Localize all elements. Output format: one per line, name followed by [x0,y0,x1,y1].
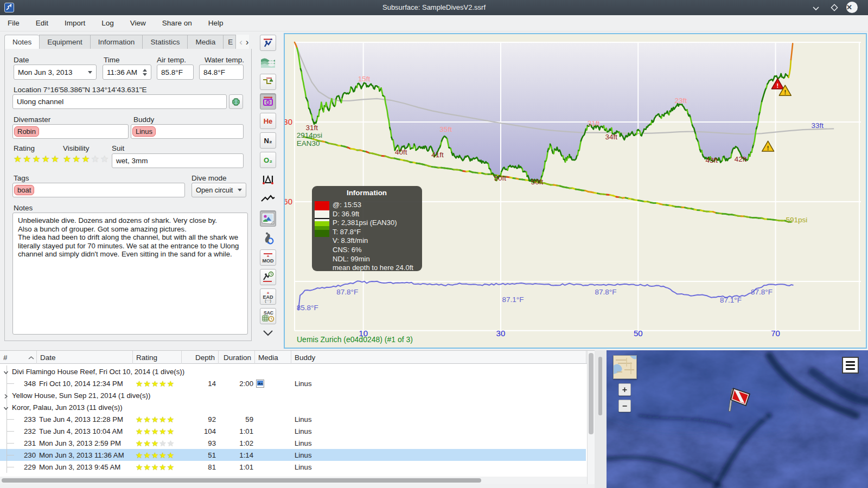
column-header-duration[interactable]: Duration [219,351,255,364]
tab-statistics[interactable]: Statistics [142,35,187,49]
location-label: Location 7°16'58.386"N 134°14'43.631"E [14,86,146,94]
dive-row[interactable]: 232Tue Jun 4, 2013 10:04 AM★★★★★1041:01L… [0,425,586,437]
dive-row[interactable]: 231Mon Jun 3, 2013 2:59 PM★★★★★931:02Lin… [0,437,586,449]
star-icon: ★ [143,427,151,435]
dive-number: 233 [16,413,36,425]
star-icon: ★ [167,427,175,435]
tab-equipment[interactable]: Equipment [39,35,90,49]
dive-rating: ★★★★★ [136,377,182,389]
tab-information[interactable]: Information [90,35,143,49]
dive-computer-button[interactable] [260,35,276,51]
profile-collapse-button[interactable] [261,330,275,338]
dive-flag-marker[interactable] [722,384,754,418]
waves-button[interactable] [260,54,276,70]
oxygen-graph-button[interactable]: O₂ [260,152,276,168]
heart-rate-button[interactable] [260,191,276,207]
map-panel[interactable]: + − [607,350,868,488]
menu-log[interactable]: Log [100,17,115,29]
overview-map-button[interactable] [613,355,637,379]
tags-input[interactable]: boat [12,183,185,197]
menu-help[interactable]: Help [207,17,225,29]
profile-label: 87.8°F [595,288,616,296]
water-column-fill [295,42,793,183]
calculated-ceiling-button[interactable] [260,74,276,90]
star-icon: ★ [136,380,143,388]
divemaster-input[interactable]: Robin [12,124,129,139]
dive-list-vertical-scrollbar[interactable] [587,351,595,484]
air-temp-field[interactable]: 85.8°F [157,65,194,80]
sac-button[interactable]: SAC [260,308,276,324]
tab-notes[interactable]: Notes [4,35,39,49]
notes-textarea[interactable]: Unbelievable dive. Dozens and dozens of … [12,213,248,335]
dive-row[interactable]: 230Mon Jun 3, 2013 11:36 AM★★★★★511:14Li… [0,449,586,461]
panel-splitter[interactable] [595,350,607,488]
star-icon: ★ [82,154,91,164]
tab-scroll-right-icon[interactable]: › [246,37,249,48]
dive-mode-dropdown[interactable]: Open circuit [192,183,246,197]
close-button[interactable]: ✕ [846,2,858,13]
dive-row[interactable]: 348Fri Oct 10, 2014 12:34 PM★★★★★142:00L… [0,377,586,389]
location-input[interactable]: Ulong channel [12,94,227,109]
date-dropdown[interactable]: Mon Jun 3, 2013 [14,65,97,80]
menu-edit[interactable]: Edit [35,17,49,29]
expand-icon[interactable] [3,393,9,401]
collapse-icon[interactable] [3,404,9,413]
column-header-depth[interactable]: Depth [182,351,219,364]
media-icon[interactable] [256,377,267,389]
buddy-input[interactable]: Linus [131,124,244,139]
map-menu-button[interactable] [842,357,859,374]
dive-profile-chart[interactable]: 10305070306015ft35ft31ft23ft31ft40ft41ft… [285,34,866,348]
globe-button[interactable] [229,94,243,109]
rating-stars[interactable]: ★★★★★ [14,155,60,164]
menu-view[interactable]: View [129,17,147,29]
divemaster-chip[interactable]: Robin [14,126,39,137]
tag-chip[interactable]: boat [14,185,34,195]
tab-clipped[interactable]: E [223,35,236,49]
trip-row[interactable]: Divi Flamingo House Reef, Fri Oct 10, 20… [0,365,586,377]
dive-row[interactable]: 233Tue Jun 4, 2013 12:28 PM★★★★★9259Linu… [0,413,586,425]
profile-label: 33ft [811,121,824,130]
column-header-rating[interactable]: Rating [133,351,182,364]
visibility-label: Visibility [63,144,90,152]
dive-row[interactable]: 229Mon Jun 3, 2013 9:45 AM★★★★★811:01Lin… [0,461,586,473]
tissue-delta-button[interactable] [260,171,276,188]
spinner-icons[interactable] [143,67,147,78]
mod-button[interactable]: +MOD [260,249,276,266]
svg-text:D: 36.9ft: D: 36.9ft [333,210,360,218]
dc-reported-ceiling-button[interactable] [260,93,276,110]
menu-file[interactable]: File [7,17,21,29]
tab-scroll-buttons: ‹› [236,35,248,49]
trip-row[interactable]: Yellow House, Sun Sep 21, 2014 (1 dive(s… [0,389,586,401]
tab-media[interactable]: Media [187,35,223,49]
column-header-date[interactable]: Date [37,351,133,364]
helium-graph-button[interactable]: He [260,113,276,129]
buddy-chip[interactable]: Linus [132,126,156,137]
profile-label: 591psi [786,216,808,224]
maximize-button[interactable] [828,2,840,13]
dive-list-header[interactable]: #DateRatingDepthDurationMediaBuddy [0,351,595,364]
dive-list-horizontal-scrollbar[interactable] [0,477,587,484]
minimize-button[interactable] [810,2,822,13]
profile-label: 50ft [494,174,506,182]
map-zoom-in-button[interactable]: + [618,383,631,396]
column-header-num[interactable]: # [0,351,37,364]
tab-scroll-left-icon[interactable]: ‹ [239,37,242,48]
gas-change-button[interactable] [260,230,276,246]
visibility-stars[interactable]: ★★★★★ [63,155,110,164]
tab-bar: NotesEquipmentInformationStatisticsMedia… [4,35,252,49]
menu-import[interactable]: Import [63,17,86,29]
time-spinbox[interactable]: 11:36 AM [103,65,151,80]
photos-button[interactable] [260,210,276,227]
ndl-button[interactable] [260,269,276,285]
ead-button[interactable]: +EAD(···) [260,288,276,305]
map-zoom-out-button[interactable]: − [618,400,631,412]
water-temp-field[interactable]: 84.8°F [199,65,244,80]
collapse-icon[interactable] [3,369,9,377]
dive-buddy: Linus [295,449,403,461]
column-header-buddy[interactable]: Buddy [291,351,586,364]
suit-input[interactable]: wet, 3mm [112,153,244,168]
menu-share-on[interactable]: Share on [161,17,193,29]
nitrogen-graph-button[interactable]: N₂ [260,132,276,149]
trip-row[interactable]: Koror, Palau, Jun 2013 (11 dive(s)) [0,401,586,413]
column-header-media[interactable]: Media [255,351,291,364]
